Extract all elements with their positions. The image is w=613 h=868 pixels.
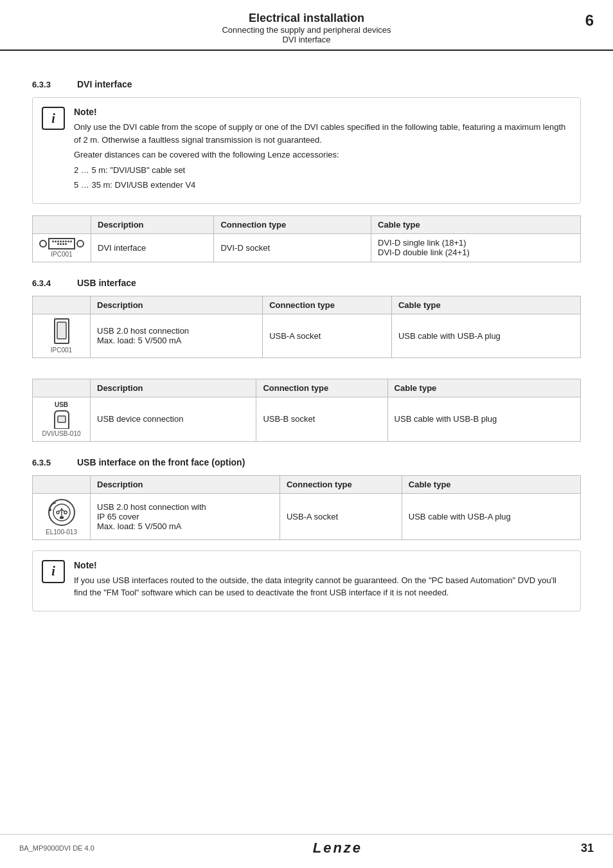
usb-b-table: Description Connection type Cable type U… [32,379,581,442]
frontusb-col-cable: Cable type [402,475,580,493]
section-634-title: USB interface [77,278,136,288]
frontusb-col-connection: Connection type [280,475,402,493]
usba-cable-type: USB cable with USB-A plug [391,314,580,357]
usba-icon-label: IPC001 [39,347,84,354]
usb-b-label: USB [55,401,68,408]
note-icon-1: i [42,107,65,130]
section-635-title: USB interface on the front face (option) [77,457,245,467]
note-text-1: Only use the DVI cable from the scope of… [74,121,570,192]
frontusb-cable-type: USB cable with USB-A plug [402,493,580,539]
section-633-heading: 6.3.3 DVI interface [32,79,581,89]
usba-icon-cell: IPC001 [33,314,91,357]
svg-rect-2 [58,416,66,422]
usbb-col-icon [33,379,91,397]
svg-rect-10 [64,511,67,514]
usba-col-description: Description [91,296,263,314]
usbb-col-description: Description [91,379,256,397]
page-header: Electrical installation Connecting the s… [0,0,613,51]
usb-a-svg [53,318,71,345]
dvi-connection-type: DVI-D socket [214,233,371,262]
dvi-connector-icon [39,238,84,249]
dvi-table-row: IPC001 DVI interface DVI-D socket DVI-D … [33,233,581,262]
section-634-heading: 6.3.4 USB interface [32,278,581,288]
section-635-num: 6.3.5 [32,458,77,467]
usba-connection-type: USB-A socket [263,314,392,357]
dvi-circle-left [39,240,47,248]
dvi-body [48,238,75,249]
usba-col-cable: Cable type [391,296,580,314]
usbb-col-cable: Cable type [387,379,580,397]
dvi-icon-cell: IPC001 [33,233,91,262]
frontusb-icon-cell: EL100-013 [33,493,91,539]
header-main-title: Electrical installation [45,12,568,25]
usba-col-icon [33,296,91,314]
header-sub1: Connecting the supply and peripheral dev… [45,25,568,35]
dvi-cable-type: DVI-D single link (18+1)DVI-D double lin… [371,233,581,262]
note-title-2: Note! [74,560,570,570]
usbb-icon-cell: USB DVI/USB-010 [33,397,91,441]
usbb-cable-type: USB cable with USB-B plug [387,397,580,441]
usb-b-table-row: USB DVI/USB-010 USB device connection US… [33,397,581,441]
front-usb-svg [47,498,76,527]
dvi-col-cable: Cable type [371,215,581,233]
usbb-icon-label: DVI/USB-010 [39,430,84,437]
frontusb-description: USB 2.0 host connection withIP 65 coverM… [91,493,280,539]
dvi-icon-label: IPC001 [39,251,84,258]
dvi-table: Description Connection type Cable type [32,215,581,262]
svg-rect-1 [57,322,66,339]
section-635-heading: 6.3.5 USB interface on the front face (o… [32,457,581,467]
dvi-pins [49,239,74,246]
footer-page-num: 31 [581,842,594,855]
usb-a-icon [39,318,84,345]
section-633-num: 6.3.3 [32,80,77,89]
note-title-1: Note! [74,107,570,117]
note-content-1: Note! Only use the DVI cable from the sc… [74,107,570,194]
section-634-num: 6.3.4 [32,278,77,288]
note-text-2: If you use USB interfaces routed to the … [74,574,570,599]
front-usb-icon [39,498,84,527]
svg-point-9 [57,511,59,514]
frontusb-col-icon [33,475,91,493]
main-content: 6.3.3 DVI interface i Note! Only use the… [0,51,613,662]
svg-point-11 [49,509,51,511]
usbb-description: USB device connection [91,397,256,441]
usb-a-table-row: IPC001 USB 2.0 host connectionMax. load:… [33,314,581,357]
note-box-1: i Note! Only use the DVI cable from the … [32,97,581,204]
dvi-col-description: Description [91,215,214,233]
footer-logo: Lenze [313,840,362,856]
frontusb-col-description: Description [91,475,280,493]
usb-b-svg [52,410,71,429]
usbb-connection-type: USB-B socket [256,397,387,441]
header-sub2: DVI interface [45,35,568,44]
dvi-description: DVI interface [91,233,214,262]
dvi-col-connection: Connection type [214,215,371,233]
svg-rect-8 [60,516,64,519]
usbb-col-connection: Connection type [256,379,387,397]
usb-b-icon: USB [39,401,84,429]
footer-doc-id: BA_MP9000DVI DE 4.0 [19,844,94,852]
usba-description: USB 2.0 host connectionMax. load: 5 V/50… [91,314,263,357]
usba-col-connection: Connection type [263,296,392,314]
front-usb-table: Description Connection type Cable type [32,475,581,540]
usb-a-table: Description Connection type Cable type [32,296,581,358]
frontusb-connection-type: USB-A socket [280,493,402,539]
dvi-circle-right [76,240,84,248]
frontusb-icon-label: EL100-013 [39,529,84,536]
note-box-2: i Note! If you use USB interfaces routed… [32,550,581,611]
page-footer: BA_MP9000DVI DE 4.0 Lenze 31 [0,834,613,856]
dvi-col-icon [33,215,91,233]
header-page-number: 6 [568,12,594,30]
front-usb-table-row: EL100-013 USB 2.0 host connection withIP… [33,493,581,539]
note-content-2: Note! If you use USB interfaces routed t… [74,560,570,602]
note-icon-2: i [42,560,65,583]
header-title-block: Electrical installation Connecting the s… [45,12,568,44]
section-633-title: DVI interface [77,79,132,89]
note2-paragraph: If you use USB interfaces routed to the … [74,574,570,599]
